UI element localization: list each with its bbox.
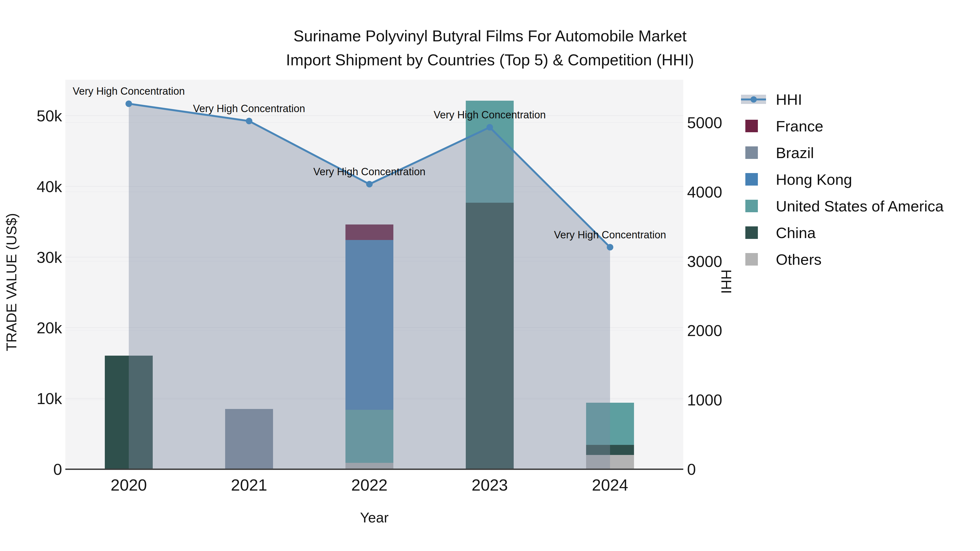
legend-label: Brazil	[776, 144, 814, 162]
legend-label: HHI	[776, 91, 802, 108]
y-axis-title-right: HHI	[718, 269, 735, 294]
hhi-point-2022[interactable]	[366, 181, 373, 187]
swatch	[745, 226, 758, 239]
hhi-band	[741, 95, 766, 104]
x-axis-line	[65, 468, 683, 470]
y-right-tick-1000: 1000	[687, 391, 722, 409]
hhi-point-2021[interactable]	[246, 118, 252, 124]
y-right-tick-5000: 5000	[687, 113, 722, 132]
x-tick-2021: 2021	[231, 476, 267, 494]
hhi-point-2024[interactable]	[607, 244, 613, 251]
legend-item-brazil[interactable]: Brazil	[741, 139, 943, 166]
legend-label: France	[776, 117, 823, 135]
legend-swatch-icon	[741, 173, 768, 186]
y-left-tick-0: 0	[53, 460, 62, 478]
annotation-2020: Very High Concentration	[73, 86, 185, 97]
hhi-band-dot	[751, 96, 757, 103]
y-left-tick-30k: 30k	[37, 248, 62, 266]
annotation-2022: Very High Concentration	[313, 166, 425, 178]
hhi-point-2023[interactable]	[487, 124, 493, 130]
legend-item-united-states-of-america[interactable]: United States of America	[741, 193, 943, 219]
x-tick-2023: 2023	[471, 476, 508, 494]
hhi-area-fill	[129, 104, 610, 469]
x-axis-title: Year	[360, 510, 388, 526]
x-tick-2022: 2022	[351, 476, 387, 494]
legend-item-others[interactable]: Others	[741, 246, 943, 273]
legend-label: China	[776, 224, 816, 241]
y-left-tick-50k: 50k	[37, 106, 62, 125]
y-right-tick-4000: 4000	[687, 183, 722, 201]
swatch	[745, 146, 758, 159]
legend: HHIFranceBrazilHong KongUnited States of…	[741, 86, 943, 273]
hhi-point-2020[interactable]	[126, 100, 132, 107]
annotation-2023: Very High Concentration	[434, 109, 546, 121]
swatch	[745, 253, 758, 265]
annotation-2024: Very High Concentration	[554, 229, 666, 241]
y-right-tick-2000: 2000	[687, 321, 722, 340]
legend-label: Others	[776, 251, 822, 268]
legend-label: United States of America	[776, 197, 943, 215]
legend-swatch-icon	[741, 146, 768, 159]
legend-swatch-icon	[741, 120, 768, 132]
y-right-tick-0: 0	[687, 460, 696, 478]
hhi-line-icon	[741, 95, 768, 104]
swatch	[745, 200, 758, 212]
legend-item-france[interactable]: France	[741, 113, 943, 139]
swatch	[745, 173, 758, 186]
legend-item-china[interactable]: China	[741, 219, 943, 246]
y-left-tick-40k: 40k	[37, 177, 62, 195]
legend-swatch-icon	[741, 253, 768, 265]
y-axis-title-left: TRADE VALUE (US$)	[3, 213, 20, 351]
figure: Suriname Polyvinyl Butyral Films For Aut…	[0, 0, 980, 551]
y-left-tick-10k: 10k	[37, 389, 62, 408]
legend-swatch-icon	[741, 226, 768, 239]
swatch	[745, 120, 758, 132]
x-tick-2020: 2020	[111, 476, 147, 494]
x-tick-2024: 2024	[592, 476, 628, 494]
legend-label: Hong Kong	[776, 171, 852, 188]
annotation-2021: Very High Concentration	[193, 103, 305, 114]
legend-item-hong-kong[interactable]: Hong Kong	[741, 166, 943, 193]
legend-item-hhi[interactable]: HHI	[741, 86, 943, 113]
legend-swatch-icon	[741, 200, 768, 212]
y-right-tick-3000: 3000	[687, 252, 722, 270]
y-left-tick-20k: 20k	[37, 319, 62, 337]
